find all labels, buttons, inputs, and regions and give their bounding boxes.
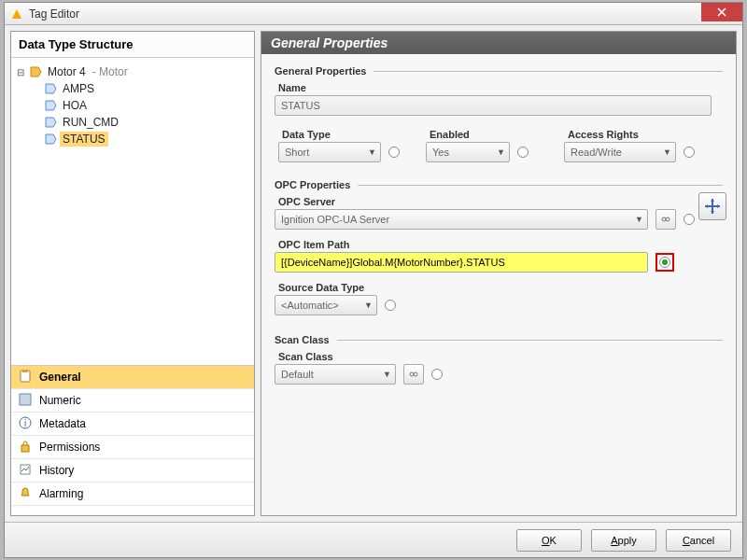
sourcedt-label: Source Data Type (278, 282, 723, 293)
crosshair-icon (704, 198, 721, 215)
panel-title: General Properties (261, 32, 736, 54)
opcserver-select[interactable]: Ignition OPC-UA Server▼ (275, 209, 648, 230)
datatype-label: Data Type (282, 129, 418, 140)
tree-item-amps[interactable]: AMPS (41, 80, 250, 97)
svg-text:i: i (24, 418, 26, 428)
svg-rect-5 (21, 445, 29, 452)
tree-item-label: HOA (60, 98, 90, 113)
tag-icon (44, 82, 57, 95)
tree-title: Data Type Structure (11, 32, 254, 58)
lock-icon (19, 440, 34, 455)
clipboard-icon (19, 370, 34, 385)
opc-browse-button[interactable] (698, 192, 726, 220)
name-field[interactable] (275, 95, 712, 116)
tree-item-label: AMPS (60, 81, 97, 96)
tree-item-label: STATUS (60, 132, 108, 147)
override-radio[interactable] (684, 214, 695, 225)
chevron-down-icon: ▼ (383, 370, 391, 379)
name-label: Name (278, 82, 723, 93)
tab-label: General (39, 371, 81, 384)
highlight-frame (655, 253, 674, 272)
bell-icon (19, 486, 34, 501)
cancel-button[interactable]: Cancel (666, 529, 731, 552)
tab-label: Alarming (39, 487, 83, 500)
scanclass-select[interactable]: Default▼ (275, 364, 396, 385)
opcserver-browse-button[interactable] (655, 209, 676, 230)
override-radio[interactable] (517, 147, 529, 158)
tag-icon (44, 133, 57, 146)
chevron-down-icon: ▼ (368, 147, 376, 157)
left-pane: Data Type Structure ⊟ Motor 4 - Motor AM… (10, 31, 255, 516)
titlebar: Tag Editor (5, 3, 742, 25)
opcpath-label: OPC Item Path (278, 239, 723, 250)
link-icon (660, 214, 671, 225)
tree-item-runcmd[interactable]: RUN_CMD (41, 114, 250, 131)
enabled-select[interactable]: Yes▼ (426, 142, 510, 162)
app-icon (10, 7, 23, 21)
tab-label: Permissions (39, 441, 100, 454)
tag-udt-icon (29, 65, 42, 78)
opcserver-label: OPC Server (278, 196, 723, 207)
svg-rect-1 (22, 370, 28, 372)
tab-label: Numeric (39, 394, 81, 407)
tree-item-label: RUN_CMD (60, 115, 121, 130)
access-select[interactable]: Read/Write▼ (564, 142, 676, 162)
history-icon (19, 463, 34, 478)
tree-root[interactable]: ⊟ Motor 4 - Motor (15, 63, 250, 80)
group-general: General Properties (275, 65, 723, 77)
enabled-label: Enabled (430, 129, 557, 140)
scanclass-label: Scan Class (278, 351, 723, 362)
close-icon (717, 7, 726, 17)
svg-point-10 (414, 372, 417, 376)
override-radio[interactable] (684, 147, 695, 158)
group-scan: Scan Class (275, 334, 723, 345)
datatype-select[interactable]: Short▼ (278, 142, 381, 162)
tree-item-status[interactable]: STATUS (41, 131, 250, 147)
override-radio[interactable] (431, 369, 443, 380)
opc-item-path-field[interactable] (275, 252, 648, 273)
sourcedt-select[interactable]: <Automatic>▼ (275, 295, 377, 315)
numeric-icon (19, 393, 34, 408)
chevron-down-icon: ▼ (497, 147, 505, 157)
tab-general[interactable]: General (11, 366, 254, 389)
override-radio-active[interactable] (659, 257, 670, 268)
scanclass-browse-button[interactable] (403, 364, 424, 385)
window-title: Tag Editor (29, 7, 79, 21)
override-radio[interactable] (385, 300, 396, 311)
group-opc: OPC Properties (275, 179, 723, 190)
tab-numeric[interactable]: Numeric (11, 389, 254, 413)
chevron-down-icon: ▼ (364, 301, 373, 310)
apply-button[interactable]: Apply (591, 529, 656, 552)
access-label: Access Rights (568, 129, 723, 140)
tag-icon (44, 99, 57, 112)
tree-item-hoa[interactable]: HOA (41, 97, 250, 114)
tab-label: Metadata (39, 417, 86, 430)
type-tree[interactable]: ⊟ Motor 4 - Motor AMPS HOA (11, 58, 254, 366)
tree-root-type: - Motor (92, 65, 128, 78)
tab-alarming[interactable]: Alarming (11, 483, 254, 506)
tab-history[interactable]: History (11, 459, 254, 483)
svg-rect-2 (20, 394, 31, 405)
svg-point-7 (662, 217, 666, 221)
info-icon: i (19, 416, 34, 431)
close-button[interactable] (701, 3, 742, 21)
tag-editor-window: Tag Editor Data Type Structure ⊟ Motor 4… (4, 2, 743, 558)
property-tabs: General Numeric i Metadata Permissions H… (11, 366, 254, 515)
content-area: Data Type Structure ⊟ Motor 4 - Motor AM… (5, 25, 742, 522)
right-pane: General Properties General Properties Na… (261, 31, 737, 516)
svg-point-8 (666, 217, 669, 221)
dialog-footer: OK Apply Cancel (5, 522, 742, 557)
override-radio[interactable] (388, 147, 400, 158)
tree-collapse-icon[interactable]: ⊟ (15, 67, 26, 77)
link-icon (408, 369, 419, 380)
ok-button[interactable]: OK (516, 529, 582, 552)
tab-metadata[interactable]: i Metadata (11, 413, 254, 436)
svg-point-9 (410, 372, 414, 376)
tag-icon (44, 116, 57, 129)
panel-body: General Properties Name Data Type Short▼… (261, 54, 736, 390)
tab-label: History (39, 464, 74, 477)
chevron-down-icon: ▼ (635, 215, 643, 224)
tree-root-label: Motor 4 (45, 64, 89, 79)
tab-permissions[interactable]: Permissions (11, 436, 254, 459)
chevron-down-icon: ▼ (663, 147, 671, 157)
